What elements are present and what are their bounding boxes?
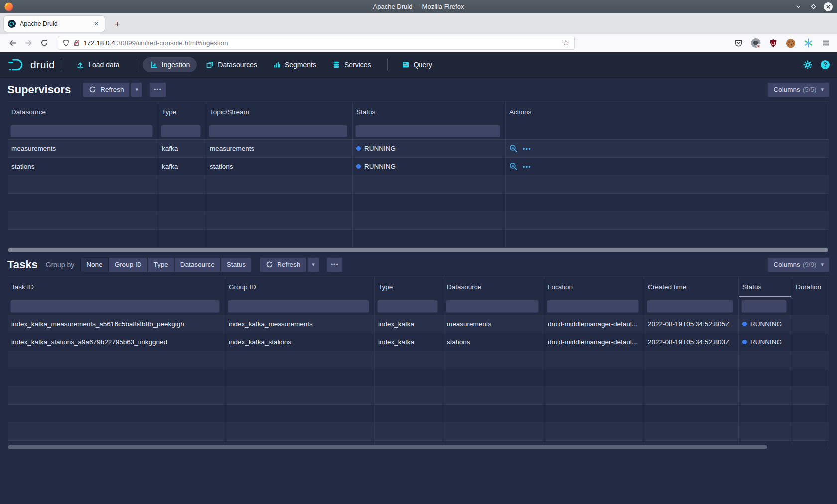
ublock-origin-icon[interactable] [767, 37, 780, 50]
druid-brand[interactable]: druid [7, 58, 55, 72]
nav-item-query[interactable]: Query [395, 57, 439, 72]
tasks-horizontal-scrollbar[interactable] [8, 445, 829, 449]
empty-row [8, 441, 829, 445]
status-label: RUNNING [750, 338, 782, 346]
tasks-columns-button[interactable]: Columns (9/9) ▾ [767, 257, 830, 272]
type-filter-input[interactable] [377, 300, 438, 313]
tasks-more-button[interactable]: ••• [326, 257, 343, 272]
druid-logo-icon [7, 58, 26, 72]
refresh-icon [266, 261, 273, 268]
cookie-extension-icon[interactable] [784, 37, 797, 50]
nav-item-load-data[interactable]: Load data [69, 57, 126, 72]
columns-count: (9/9) [803, 261, 817, 268]
row-more-actions-icon[interactable]: ••• [523, 145, 531, 152]
cell-status: RUNNING [739, 315, 792, 333]
tasks-table-header: Task ID Group ID Type Datasource Locatio… [8, 276, 829, 297]
group-by-type-button[interactable]: Type [147, 257, 174, 272]
new-tab-button[interactable]: + [111, 18, 124, 31]
column-header-sorted[interactable]: Status [739, 277, 792, 297]
window-close-icon[interactable] [823, 2, 833, 12]
column-header[interactable]: Type [158, 102, 206, 122]
created-time-filter-input[interactable] [647, 300, 733, 313]
location-filter-input[interactable] [547, 300, 639, 313]
view-detail-magnifier-icon[interactable] [509, 144, 518, 153]
nav-item-label: Query [414, 61, 432, 69]
empty-row [8, 369, 829, 387]
browser-tab[interactable]: Apache Druid ✕ [4, 16, 105, 32]
column-header[interactable]: Type [375, 277, 443, 297]
browser-toolbar: 172.18.0.4:30899/unified-console.html#in… [0, 34, 837, 52]
datasource-filter-input[interactable] [10, 125, 153, 137]
supervisors-horizontal-scrollbar[interactable] [8, 248, 829, 252]
load-data-icon [76, 61, 84, 69]
nav-item-segments[interactable]: Segments [266, 57, 323, 72]
group-by-group-id-button[interactable]: Group ID [109, 257, 148, 272]
column-header[interactable]: Location [544, 277, 644, 297]
shield-icon[interactable] [62, 39, 70, 47]
cell-created-time: 2022-08-19T05:34:52.803Z [644, 333, 739, 351]
forward-icon[interactable] [21, 36, 36, 50]
reload-icon[interactable] [37, 36, 52, 50]
nav-item-services[interactable]: Services [325, 57, 378, 72]
datasource-filter-input[interactable] [446, 300, 539, 313]
window-maximize-icon[interactable] [808, 2, 818, 12]
topic-stream-filter-input[interactable] [209, 125, 347, 137]
services-icon [332, 61, 340, 69]
column-header[interactable]: Duration [792, 277, 829, 297]
bookmark-star-icon[interactable]: ☆ [562, 38, 570, 47]
supervisor-row[interactable]: measurements kafka measurements RUNNING … [8, 140, 829, 158]
menu-hamburger-icon[interactable] [819, 37, 832, 50]
column-header[interactable]: Status [353, 102, 506, 122]
supervisors-columns-button[interactable]: Columns (5/5) ▾ [767, 82, 830, 97]
status-filter-input[interactable] [355, 125, 500, 137]
caret-down-icon: ▾ [135, 86, 138, 93]
column-header[interactable]: Datasource [8, 102, 158, 122]
column-header[interactable]: Task ID [8, 277, 225, 297]
screen: Apache Druid — Mozilla Firefox Apache Dr… [0, 0, 837, 504]
help-icon[interactable]: ? [821, 60, 830, 69]
empty-row [8, 387, 829, 405]
column-header[interactable]: Actions [506, 102, 829, 122]
refresh-label: Refresh [277, 261, 300, 268]
column-header[interactable]: Topic/Stream [206, 102, 353, 122]
task-row[interactable]: index_kafka_stations_a9a679b22795b63_nnk… [8, 333, 829, 351]
nav-item-datasources[interactable]: Datasources [199, 57, 264, 72]
back-icon[interactable] [5, 36, 20, 50]
view-detail-magnifier-icon[interactable] [509, 162, 518, 171]
supervisors-refresh-dropdown-button[interactable]: ▾ [131, 82, 142, 97]
url-bar[interactable]: 172.18.0.4:30899/unified-console.html#in… [58, 36, 575, 50]
status-dot [742, 340, 747, 344]
navbar-divider [136, 59, 136, 71]
insecure-lock-icon[interactable] [73, 39, 80, 47]
window-title: Apache Druid — Mozilla Firefox [0, 3, 837, 10]
asterisk-extension-icon[interactable] [802, 37, 815, 50]
group-by-datasource-button[interactable]: Datasource [174, 257, 221, 272]
tasks-refresh-dropdown-button[interactable]: ▾ [307, 257, 319, 272]
column-header[interactable]: Datasource [443, 277, 544, 297]
row-more-actions-icon[interactable]: ••• [523, 163, 531, 170]
tab-close-icon[interactable]: ✕ [92, 19, 101, 28]
group-by-status-button[interactable]: Status [221, 257, 252, 272]
column-header[interactable]: Group ID [225, 277, 375, 297]
group-id-filter-input[interactable] [228, 300, 369, 313]
nav-item-ingestion[interactable]: Ingestion [143, 57, 197, 72]
navbar-divider [62, 59, 62, 71]
group-by-none-button[interactable]: None [80, 257, 108, 272]
task-id-filter-input[interactable] [10, 300, 220, 313]
column-header[interactable]: Created time [644, 277, 739, 297]
refresh-icon [89, 86, 96, 93]
window-minimize-icon[interactable] [793, 2, 803, 12]
status-filter-input[interactable] [741, 300, 787, 313]
supervisors-more-button[interactable]: ••• [149, 82, 166, 97]
more-icon: ••• [154, 86, 162, 93]
type-filter-input[interactable] [161, 125, 201, 137]
privacy-masks-extension-icon[interactable] [749, 37, 762, 50]
tasks-table: Task ID Group ID Type Datasource Locatio… [8, 276, 829, 449]
supervisors-refresh-button[interactable]: Refresh [83, 82, 130, 97]
supervisor-row[interactable]: stations kafka stations RUNNING ••• [8, 158, 829, 176]
task-row[interactable]: index_kafka_measurements_a5616c5ba8afb8b… [8, 315, 829, 333]
settings-gear-icon[interactable] [803, 60, 813, 70]
pocket-icon[interactable] [732, 37, 745, 50]
cell-topic-stream: measurements [206, 140, 353, 157]
tasks-refresh-button[interactable]: Refresh [260, 257, 306, 272]
